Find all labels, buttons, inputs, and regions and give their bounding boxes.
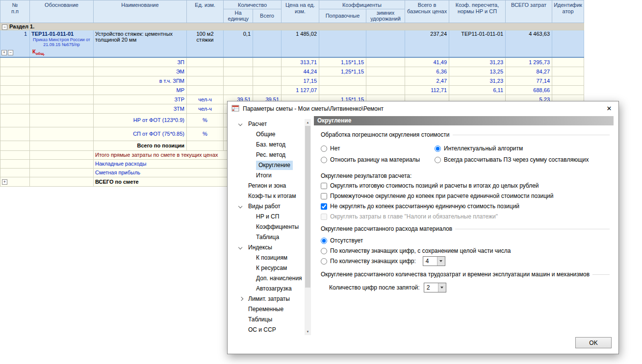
table-row[interactable]: в т.ч. ЗПМ 17,15 2,47 31,23 77,14	[0, 76, 584, 85]
radio-significant-keep-integer[interactable]	[321, 248, 327, 254]
tree-item-res-metod[interactable]: Рес. метод	[232, 150, 311, 160]
tree-scrollbar[interactable]: ▲ ▼	[305, 119, 311, 335]
position-unit-price: 1 485,02	[282, 30, 319, 57]
section-row[interactable]: −Раздел 1.	[0, 23, 584, 30]
tree-item-limit-zatraty[interactable]: Лимит. затраты	[232, 294, 311, 304]
position-recalc: ТЕР11-01-011-01	[449, 30, 506, 57]
tree-item-peremennye[interactable]: Переменные	[232, 304, 311, 315]
radio-option-materials[interactable]: Относить разницу на материалы	[321, 156, 435, 164]
chevron-down-icon[interactable]	[238, 122, 242, 126]
chevron-down-icon[interactable]	[438, 283, 446, 292]
scroll-up-icon[interactable]: ▲	[305, 119, 311, 126]
radio-smart[interactable]	[435, 146, 441, 152]
col-header-unit: Ед. изм.	[187, 0, 224, 23]
subrow-label: в т.ч. ЗПМ	[94, 76, 187, 85]
tree-item-baz-metod[interactable]: Баз. метод	[232, 140, 311, 150]
subrow-label: ЗТМ	[94, 104, 187, 113]
collapse-icon[interactable]: −	[2, 24, 7, 30]
radio-option-smart[interactable]: Интеллектуальный алгоритм	[435, 145, 610, 152]
subrow-label: ЭМ	[94, 67, 187, 76]
col-header-winter: зимних удорожаний	[366, 9, 405, 23]
table-row[interactable]: ЭМ 44,24 1,25*1,15 6,36 13,25 84,27	[0, 67, 584, 76]
tree-item-tablitsa[interactable]: Таблица	[232, 232, 311, 243]
checkbox-round-totals[interactable]	[321, 183, 327, 189]
tree-item-itogi[interactable]: Итоги	[232, 170, 311, 181]
group-title-material-rounding: Округление рассчитанного расхода материа…	[321, 225, 610, 232]
chevron-down-icon[interactable]	[238, 245, 242, 249]
radio-option-always-pz[interactable]: Всегда рассчитывать ПЗ через сумму соста…	[435, 156, 610, 164]
col-header-basis: Обоснование	[30, 0, 94, 23]
checkbox-option-round-totals[interactable]: Округлять итоговую стоимость позиций и р…	[321, 182, 610, 190]
tree-item-indeksy[interactable]: Индексы	[232, 243, 311, 253]
close-icon[interactable]: ✕	[600, 102, 618, 116]
subrow-label: МР	[94, 85, 187, 95]
decimal-digits-row: Количество цифр после запятой: 2	[329, 283, 610, 292]
tree-item-obshchie[interactable]: Общие	[232, 129, 311, 140]
subrow-label: НР от ФОТ (123*0.9)	[94, 113, 187, 127]
checkbox-intermediate[interactable]	[321, 193, 327, 199]
tree-item-dop-nachisleniya[interactable]: Доп. начисления	[232, 273, 311, 284]
radio-option-net[interactable]: Нет	[321, 145, 435, 152]
significant-digits-combo[interactable]: 4	[423, 256, 445, 266]
k-obshch-label: Кобщ.	[31, 49, 92, 56]
scroll-thumb[interactable]	[305, 126, 310, 288]
col-header-identifier: Идентификатор	[552, 0, 584, 23]
position-name: Устройство стяжек: цементных толщиной 20…	[94, 30, 187, 57]
decimal-digits-label: Количество цифр после запятой:	[329, 284, 420, 291]
checkbox-no-kopeck-rounding[interactable]	[321, 203, 327, 210]
scroll-down-icon[interactable]: ▼	[305, 328, 311, 335]
tree-item-okruglenie[interactable]: Округление	[232, 160, 311, 170]
checkbox-option-intermediate[interactable]: Промежуточное округление до копеек при р…	[321, 192, 610, 200]
checkbox-option-no-kopeck-rounding[interactable]: Не округлять до копеек рассчитанную един…	[321, 202, 610, 210]
tree-item-nr-i-sp[interactable]: НР и СП	[232, 212, 311, 222]
tree-item-vidy-rabot[interactable]: Виды работ	[232, 201, 311, 212]
radio-always-pz[interactable]	[435, 157, 441, 163]
radio-absent[interactable]	[321, 238, 327, 244]
subrow-unit	[187, 57, 224, 67]
tree-item-k-pozitsiyam[interactable]: К позициям	[232, 253, 311, 263]
radio-significant-digits[interactable]	[321, 258, 327, 265]
dialog-icon	[231, 104, 239, 114]
tree-item-k-resursam[interactable]: К ресурсам	[232, 263, 311, 273]
estimate-parameters-dialog: Параметры сметы - Мои сметы\Литвиненко\Р…	[227, 101, 619, 354]
section-label: Раздел 1.	[9, 24, 34, 29]
position-qty: 0,1	[224, 30, 253, 57]
collapse-icon[interactable]: −	[8, 50, 13, 55]
expand-icon[interactable]: +	[1, 50, 7, 55]
position-base-total: 237,24	[405, 30, 449, 57]
col-header-name: Наименование	[94, 0, 187, 23]
tree-item-tablitsy[interactable]: Таблицы	[232, 315, 311, 325]
group-title-error-handling: Обработка погрешности округления стоимос…	[321, 131, 610, 138]
tree-item-koeffitsienty[interactable]: Коэффициенты	[232, 222, 311, 232]
col-header-grand-total: ВСЕГО затрат	[506, 0, 552, 23]
position-row[interactable]: 1 + − ТЕР11-01-011-01 Приказ Минстроя Ро…	[0, 30, 584, 57]
chevron-down-icon[interactable]	[437, 257, 445, 266]
group-title-labor-rounding: Округление рассчитанного количества труд…	[321, 271, 610, 278]
radio-materials[interactable]	[321, 157, 327, 163]
radio-net[interactable]	[321, 146, 327, 152]
expand-icon[interactable]: +	[2, 179, 7, 185]
col-header-unit-price: Цена на ед. изм.	[282, 0, 319, 23]
subrow-label: Всего по позиции	[94, 141, 187, 150]
ok-button[interactable]: OK	[575, 337, 612, 348]
radio-option-significant-keep-integer[interactable]: По количеству значащих цифр, с сохранени…	[321, 247, 610, 255]
radio-option-absent[interactable]: Отсутствует	[321, 237, 610, 244]
position-code: ТЕР11-01-011-01	[31, 31, 92, 37]
col-header-recalc: Коэф. пересчета, нормы НР и СП	[449, 0, 506, 23]
subrow-label: ЗП	[94, 57, 187, 67]
dialog-titlebar[interactable]: Параметры сметы - Мои сметы\Литвиненко\Р…	[228, 101, 618, 116]
radio-option-significant-digits[interactable]: По количеству значащих цифр: 4	[321, 257, 610, 265]
settings-panel: Округление Обработка погрешности округле…	[314, 116, 614, 334]
tree-item-koef-ty-k-itogam[interactable]: Коэф-ты к итогам	[232, 191, 311, 201]
col-header-num: № п.п	[0, 0, 30, 23]
tree-item-os-i-ssr[interactable]: ОС и ССР	[232, 325, 311, 335]
table-row[interactable]: ЗП 313,71 1,15*1,15 41,49 31,23 1 295,73	[0, 57, 584, 67]
chevron-down-icon[interactable]	[238, 204, 242, 208]
decimal-digits-combo[interactable]: 2	[424, 283, 446, 292]
tree-item-raschet[interactable]: Расчет	[232, 119, 311, 129]
table-row[interactable]: МР 1 127,07 112,71 6,11 688,66	[0, 85, 584, 95]
chevron-right-icon[interactable]	[239, 297, 243, 301]
tree-item-region-i-zona[interactable]: Регион и зона	[232, 181, 311, 191]
col-header-per-unit: На единицу	[224, 9, 253, 23]
tree-item-avtozagruzka[interactable]: Автозагрузка	[232, 284, 311, 294]
